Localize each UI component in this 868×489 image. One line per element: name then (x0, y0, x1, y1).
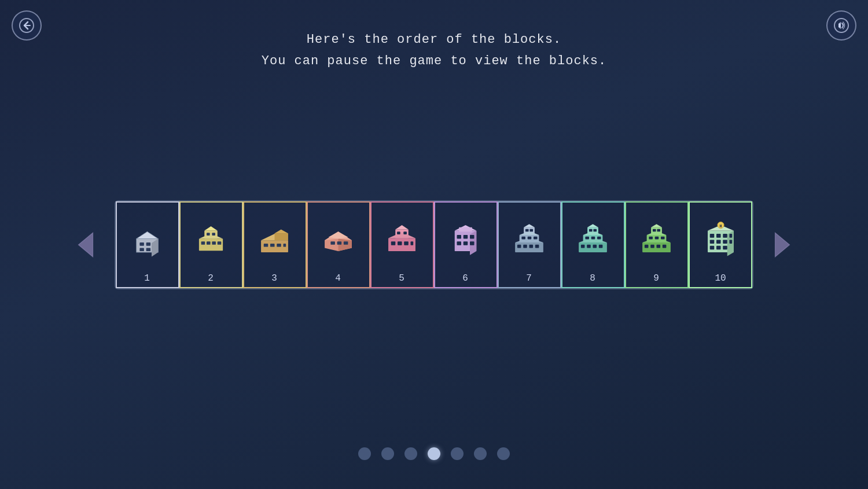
header-line2: You can pause the game to view the block… (262, 50, 607, 72)
svg-rect-47 (410, 241, 413, 245)
svg-rect-117 (716, 246, 721, 250)
block-item-4[interactable]: 4 (307, 201, 370, 288)
pagination-dot-5[interactable] (451, 447, 464, 460)
block-1-icon (126, 217, 169, 263)
blocks-container: 1 (57, 200, 811, 289)
svg-rect-66 (521, 237, 525, 240)
svg-marker-76 (583, 231, 602, 235)
svg-rect-109 (716, 234, 721, 238)
svg-rect-65 (529, 229, 533, 232)
svg-rect-28 (270, 244, 275, 247)
block-number-7: 7 (526, 273, 532, 284)
svg-rect-114 (723, 240, 727, 244)
svg-rect-2 (838, 24, 841, 27)
svg-marker-59 (524, 224, 535, 227)
svg-rect-79 (589, 229, 592, 232)
svg-rect-86 (593, 245, 597, 248)
block-item-10[interactable]: H 10 (689, 201, 752, 288)
pagination-dot-6[interactable] (474, 447, 487, 460)
svg-rect-80 (593, 229, 597, 232)
block-item-1[interactable]: 1 (116, 201, 179, 288)
blocks-row: 1 (115, 200, 753, 289)
svg-rect-55 (457, 241, 461, 245)
svg-rect-67 (527, 237, 531, 240)
svg-rect-57 (470, 241, 475, 245)
svg-point-1 (834, 19, 848, 32)
svg-rect-51 (459, 227, 472, 232)
svg-rect-22 (217, 241, 221, 245)
pagination-dot-3[interactable] (404, 447, 417, 460)
block-number-10: 10 (715, 273, 726, 284)
block-item-6[interactable]: 6 (434, 201, 498, 288)
svg-rect-11 (139, 248, 144, 251)
block-number-6: 6 (462, 273, 468, 284)
svg-marker-33 (338, 239, 351, 252)
block-4-icon (317, 217, 360, 263)
svg-rect-113 (716, 240, 721, 244)
svg-rect-53 (463, 235, 468, 239)
svg-rect-96 (649, 237, 653, 240)
svg-marker-74 (587, 224, 598, 227)
svg-rect-69 (517, 245, 521, 248)
pagination-dot-4[interactable] (428, 447, 440, 460)
svg-rect-87 (598, 245, 602, 248)
svg-rect-70 (523, 245, 527, 248)
block-8-icon (571, 217, 615, 263)
svg-rect-37 (343, 241, 348, 245)
svg-rect-56 (463, 241, 468, 245)
svg-rect-20 (207, 241, 211, 245)
back-button[interactable] (12, 10, 42, 41)
svg-marker-6 (136, 231, 158, 238)
pagination-dot-7[interactable] (497, 447, 510, 460)
right-arrow-button[interactable] (765, 227, 800, 262)
svg-rect-81 (585, 237, 589, 240)
svg-rect-108 (709, 234, 714, 238)
svg-rect-97 (654, 237, 659, 240)
block-item-5[interactable]: 5 (370, 201, 434, 288)
svg-marker-14 (204, 226, 218, 231)
sound-button[interactable] (826, 10, 856, 41)
block-item-9[interactable]: 9 (625, 201, 689, 288)
svg-rect-116 (709, 246, 714, 250)
svg-rect-71 (529, 245, 533, 248)
block-item-7[interactable]: 7 (498, 201, 561, 288)
block-item-3[interactable]: 3 (243, 201, 307, 288)
svg-rect-25 (274, 233, 288, 240)
block-9-icon (635, 217, 678, 263)
svg-rect-54 (470, 235, 475, 239)
header-line1: Here's the order of the blocks. (262, 29, 607, 50)
svg-marker-61 (519, 231, 539, 235)
svg-rect-45 (398, 241, 402, 245)
svg-marker-91 (646, 231, 666, 235)
header-text: Here's the order of the blocks. You can … (262, 29, 607, 72)
svg-marker-26 (274, 230, 288, 234)
block-number-1: 1 (144, 273, 150, 284)
block-number-4: 4 (335, 273, 341, 284)
pagination-dot-2[interactable] (381, 447, 394, 460)
block-item-2[interactable]: 2 (179, 201, 243, 288)
svg-rect-95 (657, 229, 660, 232)
svg-rect-43 (403, 231, 407, 234)
svg-rect-68 (534, 237, 538, 240)
pagination (358, 447, 510, 460)
block-number-3: 3 (271, 273, 277, 284)
block-item-8[interactable]: 8 (561, 201, 625, 288)
block-7-icon (507, 217, 551, 263)
svg-text:H: H (719, 225, 722, 229)
svg-rect-12 (146, 248, 150, 251)
svg-rect-102 (662, 245, 666, 248)
svg-rect-10 (146, 242, 150, 246)
pagination-dot-1[interactable] (358, 447, 371, 460)
svg-rect-100 (650, 245, 654, 248)
svg-marker-39 (395, 225, 409, 230)
left-arrow-button[interactable] (68, 227, 103, 262)
svg-marker-3 (79, 233, 93, 257)
block-2-icon (189, 217, 233, 263)
svg-rect-82 (591, 237, 595, 240)
svg-rect-42 (397, 231, 400, 234)
svg-rect-94 (652, 229, 656, 232)
svg-rect-29 (277, 244, 281, 247)
svg-marker-89 (651, 224, 662, 227)
block-number-5: 5 (399, 273, 404, 284)
svg-rect-35 (330, 241, 335, 245)
